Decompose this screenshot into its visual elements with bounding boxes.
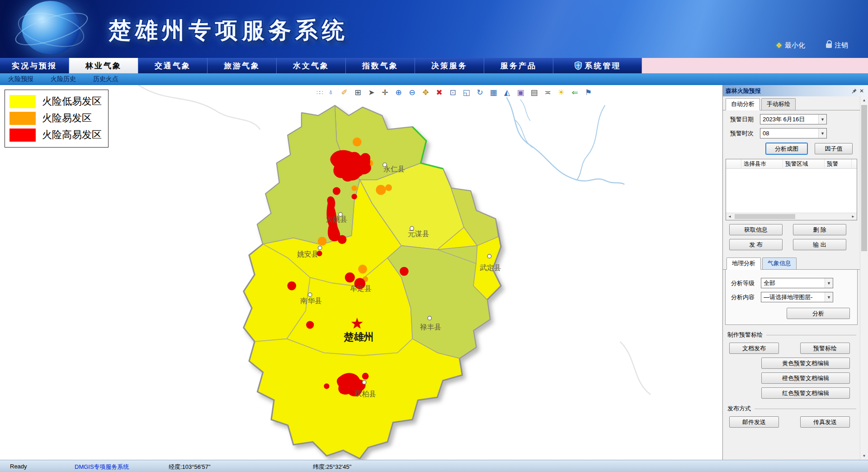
- vscroll-thumb[interactable]: [861, 105, 867, 251]
- legend-swatch: [9, 95, 36, 108]
- county-label: 双柏县: [354, 390, 376, 397]
- publish-button[interactable]: 发 布: [729, 239, 783, 250]
- subnav-item-火险预报[interactable]: 火险预报: [8, 75, 33, 83]
- county-label: 元谋县: [408, 230, 429, 238]
- zoom-in-icon[interactable]: ⊕: [394, 87, 404, 97]
- pin-icon[interactable]: [851, 87, 858, 95]
- yellow-doc-edit-button[interactable]: 黄色预警文档编辑: [761, 358, 850, 369]
- status-bar: Ready DMGIS专项服务系统 经度:103°56'57" 纬度:25°32…: [0, 460, 868, 472]
- prev-extent-icon[interactable]: ◱: [462, 87, 472, 97]
- status-system-link[interactable]: DMGIS专项服务系统: [75, 463, 129, 471]
- legend-swatch: [9, 129, 36, 142]
- tab-旅游气象[interactable]: 旅游气象: [208, 58, 277, 73]
- tab-交通气象[interactable]: 交通气象: [138, 58, 208, 73]
- full-extent-icon[interactable]: ⊡: [448, 87, 458, 97]
- logout-button[interactable]: 注销: [826, 41, 848, 50]
- column-header-选择县市[interactable]: 选择县市: [741, 159, 783, 168]
- select-arrow-icon[interactable]: ➤: [367, 87, 377, 97]
- tab-weather-info[interactable]: 气象信息: [762, 257, 797, 269]
- warn-date-label: 预警日期: [730, 115, 760, 124]
- tab-水文气象[interactable]: 水文气象: [277, 58, 346, 73]
- analyze-map-button[interactable]: 分析成图: [766, 143, 807, 154]
- subnav-item-历史火点[interactable]: 历史火点: [93, 75, 118, 83]
- panel-vscrollbar[interactable]: ▲ ▼: [860, 96, 868, 460]
- plot-section-title: 制作预警标绘: [727, 331, 856, 339]
- get-info-button[interactable]: 获取信息: [729, 224, 783, 235]
- legend-row: 火险低易发区: [9, 95, 102, 108]
- tab-label: 系统管理: [585, 61, 621, 71]
- tab-label: 林业气象: [85, 61, 122, 71]
- analysis-content-value: —请选择地理图层-: [764, 293, 825, 301]
- back-icon[interactable]: ⇐: [570, 87, 580, 97]
- close-icon[interactable]: ✕: [858, 87, 865, 95]
- scroll-left-icon[interactable]: ◄: [726, 213, 733, 220]
- app-header: 楚雄州专项服务系统 ❖ 最小化 注销: [0, 0, 868, 58]
- nav-tabs: 实况与预报林业气象交通气象旅游气象水文气象指数气象决策服务服务产品系统管理: [0, 58, 868, 73]
- bulb-icon[interactable]: ☀: [557, 87, 566, 97]
- column-header-预警区域[interactable]: 预警区域: [783, 159, 825, 168]
- print-icon[interactable]: ▤: [529, 87, 539, 97]
- tab-指数气象[interactable]: 指数气象: [346, 58, 415, 73]
- tab-林业气象[interactable]: 林业气象: [69, 58, 138, 73]
- email-send-button[interactable]: 邮件发送: [729, 416, 779, 428]
- scale-icon[interactable]: ≍: [543, 87, 553, 97]
- hscroll-thumb[interactable]: [735, 214, 795, 219]
- fax-send-button[interactable]: 传真发送: [800, 416, 850, 428]
- tab-label: 服务产品: [500, 61, 537, 71]
- draw-ruler-icon[interactable]: ✐: [340, 87, 349, 97]
- refresh-icon[interactable]: ↻: [475, 87, 485, 97]
- image-icon[interactable]: ▣: [516, 87, 526, 97]
- tab-实况与预报[interactable]: 实况与预报: [0, 58, 69, 73]
- warn-date-select[interactable]: 2023年 6月16日 ▼: [760, 114, 827, 124]
- lock-icon: [826, 43, 832, 48]
- analysis-content-select[interactable]: —请选择地理图层- ▼: [761, 292, 833, 302]
- county-label: 姚安县: [297, 250, 319, 258]
- listview-body[interactable]: [726, 169, 857, 213]
- table-icon[interactable]: ▦: [489, 87, 499, 97]
- tab-服务产品[interactable]: 服务产品: [484, 58, 553, 73]
- listview-hscrollbar[interactable]: ◄ ►: [726, 213, 857, 220]
- red-doc-edit-button[interactable]: 红色预警文档编辑: [761, 387, 850, 399]
- geo-analysis-body: 分析等级 全部 ▼ 分析内容 —请选择地理图层- ▼: [725, 270, 858, 325]
- scroll-right-icon[interactable]: ►: [849, 213, 857, 220]
- county-label: 大姚县: [326, 215, 348, 223]
- legend-row: 火险高易发区: [9, 128, 102, 142]
- tab-auto-analysis[interactable]: 自动分析: [726, 98, 760, 110]
- warning-listview[interactable]: 选择县市预警区域预警 ◄ ►: [726, 159, 857, 220]
- doc-publish-button[interactable]: 文档发布: [729, 343, 779, 354]
- analyze-button[interactable]: 分析: [787, 308, 850, 319]
- pan-hand-icon[interactable]: ✥: [421, 87, 431, 97]
- flag-icon[interactable]: ⚑: [584, 87, 594, 97]
- column-header-blank[interactable]: [726, 159, 741, 168]
- tab-manual-plot[interactable]: 手动标绘: [761, 98, 796, 110]
- tab-geo-analysis[interactable]: 地理分析: [726, 257, 761, 270]
- tab-系统管理[interactable]: 系统管理: [553, 58, 642, 73]
- globe-icon[interactable]: ♁: [326, 87, 336, 97]
- subnav-item-火险历史[interactable]: 火险历史: [51, 75, 76, 83]
- orange-doc-edit-button[interactable]: 橙色预警文档编辑: [761, 372, 850, 384]
- tab-label: 实况与预报: [12, 61, 57, 71]
- capital-label: 楚雄州: [343, 331, 373, 343]
- toolbar-grip[interactable]: ∷∷: [316, 89, 322, 96]
- delete-button[interactable]: 删 除: [793, 224, 846, 235]
- tab-决策服务[interactable]: 决策服务: [415, 58, 484, 73]
- identify-icon[interactable]: ✛: [380, 87, 390, 97]
- factor-value-button[interactable]: 因子值: [815, 143, 853, 154]
- zoom-out-icon[interactable]: ⊖: [407, 87, 417, 97]
- zoom-box-icon[interactable]: ⊞: [353, 87, 363, 97]
- legend-row: 火险易发区: [9, 111, 102, 125]
- listview-header: 选择县市预警区域预警: [726, 159, 857, 169]
- analysis-level-select[interactable]: 全部 ▼: [761, 278, 833, 288]
- minimize-button[interactable]: ❖ 最小化: [776, 41, 805, 50]
- output-button[interactable]: 输 出: [793, 239, 846, 250]
- warn-plot-button[interactable]: 预警标绘: [800, 343, 850, 354]
- clear-icon[interactable]: ✖: [434, 87, 444, 97]
- scroll-down-icon[interactable]: ▼: [860, 452, 868, 460]
- legend-label: 火险低易发区: [42, 95, 102, 108]
- chart-icon[interactable]: ◭: [502, 87, 512, 97]
- scroll-up-icon[interactable]: ▲: [860, 96, 868, 104]
- column-header-预警[interactable]: 预警: [825, 159, 852, 168]
- minimize-label: 最小化: [785, 41, 805, 50]
- geo-weather-tabs: 地理分析 气象信息: [723, 256, 860, 270]
- warn-time-select[interactable]: 08 ▼: [760, 128, 827, 138]
